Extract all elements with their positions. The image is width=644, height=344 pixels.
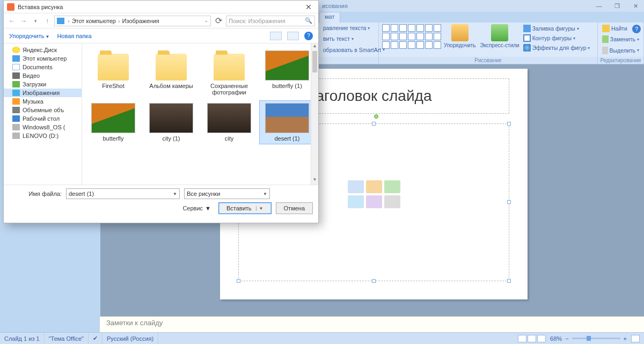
fit-to-window-button[interactable] (631, 335, 640, 342)
image-item[interactable]: city (201, 100, 257, 144)
align-text-button[interactable]: вить текст▾ (322, 35, 375, 42)
folder-icon (12, 47, 20, 53)
folder-icon (12, 72, 20, 79)
nav-item-label: Этот компьютер (23, 55, 67, 62)
chevron-right-icon[interactable]: › (117, 18, 121, 24)
preview-pane-button[interactable] (287, 32, 299, 40)
nav-item[interactable]: Объемные объ (4, 106, 82, 114)
resize-handle[interactable] (507, 122, 511, 126)
nav-item[interactable]: Видео (4, 71, 82, 80)
nav-item[interactable]: Windows8_OS ( (4, 123, 82, 131)
resize-handle[interactable] (372, 279, 376, 283)
nav-item[interactable]: Загрузки (4, 80, 82, 89)
insert-smartart-icon[interactable] (384, 180, 400, 193)
nav-forward-button[interactable]: → (19, 16, 28, 26)
search-input[interactable]: Поиск: Изображения 🔍 (226, 16, 315, 26)
scrollbar[interactable]: ▲ ▼ (311, 43, 318, 185)
folder-item[interactable]: Альбом камеры (143, 48, 199, 98)
breadcrumb-root[interactable]: Этот компьютер (72, 18, 116, 24)
nav-item[interactable]: Изображения (4, 89, 82, 97)
insert-chart-icon[interactable] (366, 180, 382, 193)
ribbon-tab-format[interactable]: мат (319, 12, 340, 23)
nav-up-button[interactable]: ↑ (42, 16, 52, 26)
new-folder-button[interactable]: Новая папка (57, 33, 91, 39)
nav-item-label: Загрузки (23, 81, 46, 87)
quick-styles-button[interactable]: Экспресс-стили (479, 24, 521, 48)
file-list-pane[interactable]: FireShotАльбом камерыСохраненные фотогра… (82, 43, 318, 185)
nav-item[interactable]: Рабочий стол (4, 114, 82, 123)
zoom-out-button[interactable]: − (565, 335, 568, 342)
resize-handle[interactable] (507, 279, 511, 283)
organize-button[interactable]: Упорядочить▼ (9, 33, 49, 39)
scroll-up-button[interactable]: ▲ (311, 43, 318, 51)
app-close-button[interactable]: ✕ (630, 2, 641, 10)
folder-item[interactable]: FireShot (85, 48, 141, 98)
nav-item[interactable]: LENOVO (D:) (4, 131, 82, 140)
app-titlebar: исования — ❐ ✕ (319, 0, 644, 12)
tools-button[interactable]: Сервис▼ (182, 205, 211, 211)
rotation-handle[interactable] (374, 114, 378, 119)
scroll-thumb[interactable] (312, 51, 317, 72)
nav-item-label: Яндекс.Диск (23, 47, 57, 53)
nav-item[interactable]: Этот компьютер (4, 54, 82, 63)
breadcrumb[interactable]: › Этот компьютер › Изображения ⌄ (54, 16, 211, 26)
status-language[interactable]: Русский (Россия) (103, 333, 158, 344)
image-item[interactable]: butterfly (1) (259, 48, 315, 98)
replace-button[interactable]: Заменить▾ (601, 35, 640, 43)
filename-input[interactable]: desert (1) ▼ (66, 188, 180, 199)
file-type-filter[interactable]: Все рисунки ▼ (184, 188, 270, 199)
text-direction-button[interactable]: равление текста▾ (322, 24, 375, 32)
view-slideshow-button[interactable] (537, 335, 546, 342)
shape-effects-button[interactable]: Эффекты для фигур▾ (522, 43, 591, 52)
breadcrumb-dropdown[interactable]: ⌄ (204, 18, 208, 23)
nav-item[interactable]: Яндекс.Диск (4, 46, 82, 54)
view-normal-button[interactable] (518, 335, 526, 342)
insert-table-icon[interactable] (348, 180, 364, 193)
minimize-button[interactable]: — (594, 2, 604, 10)
maximize-button[interactable]: ❐ (612, 2, 623, 10)
zoom-in-button[interactable]: + (624, 335, 627, 342)
insert-button[interactable]: Вставить▼ (218, 202, 272, 214)
zoom-control[interactable]: 68% − + (546, 335, 644, 342)
chevron-right-icon[interactable]: › (67, 18, 71, 24)
select-button[interactable]: Выделить▾ (601, 46, 640, 55)
shape-fill-button[interactable]: Заливка фигуры▾ (522, 24, 591, 33)
image-item[interactable]: butterfly (85, 100, 141, 144)
nav-back-button[interactable]: ← (7, 16, 17, 26)
shape-outline-button[interactable]: Контур фигуры▾ (522, 34, 591, 42)
dialog-close-button[interactable]: ✕ (302, 3, 315, 11)
nav-history-button[interactable]: ▾ (31, 16, 40, 26)
notes-pane[interactable]: Заметки к слайду (100, 316, 644, 332)
cancel-button[interactable]: Отмена (276, 202, 313, 214)
insert-media-icon[interactable] (384, 195, 400, 208)
resize-handle[interactable] (372, 122, 376, 126)
zoom-slider[interactable] (572, 338, 620, 339)
folder-item[interactable]: Сохраненные фотографии (201, 48, 257, 98)
chevron-down-icon[interactable]: ▼ (173, 192, 177, 196)
folder-icon (12, 107, 20, 113)
scroll-down-button[interactable]: ▼ (311, 177, 318, 185)
breadcrumb-folder[interactable]: Изображения (122, 18, 159, 24)
refresh-button[interactable]: ⟳ (213, 16, 224, 26)
resize-handle[interactable] (237, 279, 240, 283)
image-thumbnail (265, 103, 309, 133)
arrange-button[interactable]: Упорядочить (442, 24, 478, 48)
help-icon[interactable]: ? (632, 25, 641, 33)
chevron-down-icon[interactable]: ▼ (263, 192, 267, 196)
insert-clipart-icon[interactable] (366, 195, 382, 208)
insert-picture-icon[interactable] (348, 195, 364, 208)
shapes-gallery[interactable] (382, 24, 441, 49)
convert-smartart-button[interactable]: образовать в SmartArt▾ (322, 46, 375, 54)
dialog-help-icon[interactable]: ? (304, 32, 313, 40)
image-thumbnail (207, 103, 251, 133)
status-spellcheck-icon[interactable]: ✔ (89, 333, 103, 344)
view-sorter-button[interactable] (528, 335, 536, 342)
nav-item[interactable]: Музыка (4, 97, 82, 106)
resize-handle[interactable] (507, 200, 511, 204)
nav-item[interactable]: Documents (4, 63, 82, 71)
image-item[interactable]: city (1) (143, 100, 199, 144)
image-item[interactable]: desert (1) (259, 100, 315, 144)
editing-group-label: Редактирование (598, 57, 643, 64)
navigation-pane[interactable]: Яндекс.ДискЭтот компьютерDocumentsВидеоЗ… (4, 43, 82, 185)
view-mode-button[interactable] (270, 32, 282, 40)
